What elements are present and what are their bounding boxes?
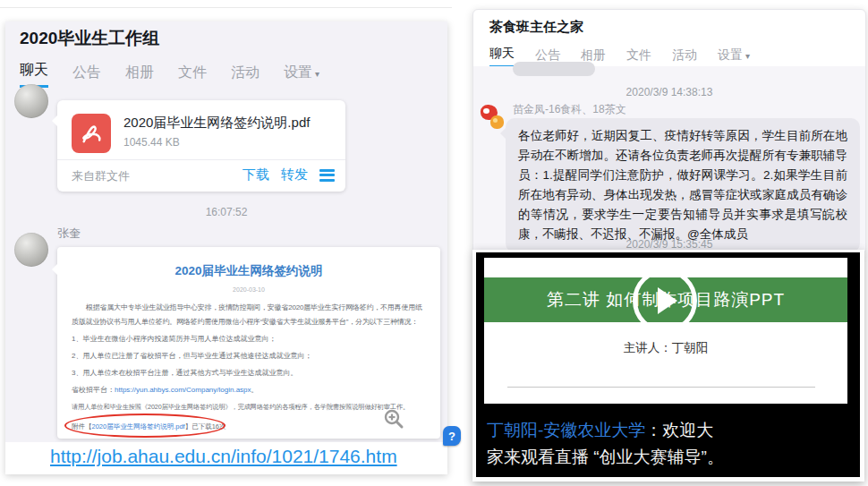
group-chat-window-left: 2020毕业生工作组 聊天 公告 相册 文件 活动 设置▾ 2020届毕业生网络… <box>5 21 447 474</box>
caption-speaker-name: 丁朝阳-安徽农业大学 <box>487 421 645 439</box>
scrolled-bubble-remnant <box>513 62 595 76</box>
divider <box>57 159 345 160</box>
chat-message-area: 2020/3/9 14:38:13 苗金凤-16食科、18茶文 各位老师好，近期… <box>473 66 865 253</box>
file-message-card[interactable]: 2020届毕业生网络签约说明.pdf 1045.44 KB 来自群文件 下载 转… <box>57 100 345 192</box>
document-date: 2020-03-10 <box>57 286 440 293</box>
attachment-link[interactable]: 2020届毕业生网络签约说明.pdf <box>92 422 185 431</box>
live-caption: 丁朝阳-安徽农业大学：欢迎大 家来观看直播 “创业大赛辅导”。 <box>487 417 853 471</box>
file-size: 1045.44 KB <box>123 136 180 149</box>
document-preview-card[interactable]: 2020届毕业生网络签约说明 2020-03-10 根据省属大中专毕业生就业指导… <box>57 247 440 439</box>
tab-settings-label: 设置 <box>284 64 312 80</box>
message-bubble[interactable]: 各位老师好，近期因复工、疫情好转等原因，学生目前所在地异动在不断增加。还请各位负… <box>506 118 860 252</box>
document-paragraph: 请用人单位和毕业生按照《2020届毕业生网络签约说明》，完成网络签约的各项程序，… <box>72 400 426 414</box>
platform-suffix: 。 <box>251 386 259 394</box>
caption-line-2: 家来观看直播 “创业大赛辅导”。 <box>487 444 853 471</box>
message-timestamp-clipped: 2020/3/9 15:35:45 <box>473 238 865 251</box>
chevron-down-icon: ▾ <box>745 51 750 61</box>
attachment-prefix: 附件【 <box>72 422 92 431</box>
document-list-item: 2、用人单位已注册了省校招平台，但与毕业生通过其他途径达成就业意向； <box>72 349 426 363</box>
group-title: 茶食班主任之家 <box>489 19 583 36</box>
document-paragraph: 根据省属大中专毕业生就业指导中心安排，疫情防控期间，安徽省2020届毕业生实行网… <box>72 301 426 329</box>
file-name: 2020届毕业生网络签约说明.pdf <box>123 115 336 132</box>
tab-files[interactable]: 文件 <box>626 47 651 67</box>
sender-name: 张奎 <box>57 226 81 242</box>
document-body: 根据省属大中专毕业生就业指导中心安排，疫情防控期间，安徽省2020届毕业生实行网… <box>72 301 426 434</box>
article-link[interactable]: http://job.ahau.edu.cn/info/1021/1746.ht… <box>50 446 397 467</box>
zoom-in-icon[interactable] <box>383 408 404 430</box>
tab-settings[interactable]: 设置▾ <box>284 64 319 88</box>
attachment-suffix: 】已下载16次 <box>185 422 226 431</box>
platform-line: 省校招平台：https://yun.ahbys.com/Company/logi… <box>72 383 426 397</box>
divider <box>507 387 815 388</box>
video-frame[interactable]: 第二讲 如何制作项目路演PPT 主讲人：丁朝阳 丁朝阳-安徽农业大学：欢迎大 家… <box>476 252 860 477</box>
avatar[interactable] <box>14 233 48 267</box>
tab-announcements[interactable]: 公告 <box>72 64 101 88</box>
play-button[interactable] <box>633 269 697 333</box>
video-player-window: 第二讲 如何制作项目路演PPT 主讲人：丁朝阳 丁朝阳-安徽农业大学：欢迎大 家… <box>472 250 864 482</box>
divider <box>0 7 452 8</box>
forward-button[interactable]: 转发 <box>281 166 308 183</box>
tab-files[interactable]: 文件 <box>178 64 207 88</box>
presentation-slide: 第二讲 如何制作项目路演PPT 主讲人：丁朝阳 <box>484 258 847 404</box>
chevron-down-icon: ▾ <box>315 69 319 79</box>
sender-name: 苗金凤-16食科、18茶文 <box>513 102 626 117</box>
message-timestamp: 2020/3/9 14:38:13 <box>473 86 865 98</box>
help-icon[interactable]: ? <box>443 426 461 446</box>
download-button[interactable]: 下载 <box>243 166 269 183</box>
tab-bar: 聊天 公告 相册 文件 活动 设置▾ <box>20 61 319 88</box>
pdf-file-icon <box>72 114 111 153</box>
tab-activities[interactable]: 活动 <box>672 47 697 67</box>
link-row: http://job.ahau.edu.cn/info/1021/1746.ht… <box>5 442 447 474</box>
caption-line-1: 丁朝阳-安徽农业大学：欢迎大 <box>487 417 853 444</box>
document-list-item: 3、用人单位未在校招平台注册，通过其他方式与毕业生达成就业意向。 <box>72 366 426 380</box>
document-title: 2020届毕业生网络签约说明 <box>57 263 440 279</box>
caption-text: ：欢迎大 <box>645 421 713 439</box>
platform-label: 省校招平台： <box>72 386 115 394</box>
message-timestamp: 16:07:52 <box>5 206 447 218</box>
tab-album[interactable]: 相册 <box>125 64 154 88</box>
avatar[interactable] <box>14 84 48 118</box>
tab-settings-label: 设置 <box>718 47 743 62</box>
tab-chat[interactable]: 聊天 <box>489 46 515 67</box>
more-menu-icon[interactable] <box>319 166 335 183</box>
tab-settings[interactable]: 设置▾ <box>718 47 750 67</box>
group-title: 2020毕业生工作组 <box>20 27 159 50</box>
speaker-label: 主讲人：丁朝阳 <box>484 340 847 356</box>
file-actions: 下载 转发 <box>243 166 335 183</box>
play-icon <box>658 287 677 314</box>
file-source-label: 来自群文件 <box>72 168 130 184</box>
group-chat-window-right: 茶食班主任之家 聊天 公告 相册 文件 活动 设置▾ 2020/3/9 14:3… <box>472 9 866 254</box>
document-list-item: 1、毕业生在微信小程序内投递简历并与用人单位达成就业意向； <box>72 332 426 346</box>
tab-activities[interactable]: 活动 <box>231 64 260 88</box>
platform-link[interactable]: https://yun.ahbys.com/Company/login.aspx <box>115 386 251 394</box>
attachment-line: 附件【2020届毕业生网络签约说明.pdf】已下载16次 <box>72 420 426 434</box>
